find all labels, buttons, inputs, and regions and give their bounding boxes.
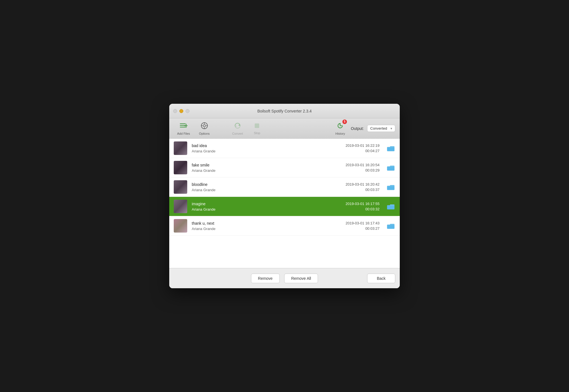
svg-rect-17 [387,186,394,190]
bottom-bar: Remove Remove All Back [169,268,400,288]
track-artist: Ariana Grande [192,188,346,192]
track-title: imagine [192,202,346,206]
toolbar: Add Files Options [169,118,400,139]
track-thumbnail [174,180,187,194]
traffic-lights [173,109,189,113]
convert-icon [234,122,241,131]
close-button[interactable] [173,109,177,113]
track-list: bad ideaAriana Grande2019-03-01 16:22:19… [169,139,400,268]
track-meta: 2019-03-01 16:17:4300:03:27 [346,221,380,231]
remove-all-button[interactable]: Remove All [284,274,318,283]
open-folder-icon[interactable] [386,202,395,211]
track-artist: Ariana Grande [192,168,346,173]
add-files-button[interactable]: Add Files [174,120,193,137]
track-date: 2019-03-01 16:20:42 [346,182,380,186]
chevron-down-icon: ▾ [390,127,392,130]
bottom-bar-inner: Remove Remove All Back [169,274,400,283]
track-duration: 00:03:29 [365,168,380,172]
svg-rect-11 [255,123,259,128]
track-row[interactable]: thank u, nextAriana Grande2019-03-01 16:… [169,216,400,236]
output-section: Output: Converted ▾ [351,125,395,132]
track-title: fake smile [192,163,346,167]
zoom-button[interactable] [186,109,189,113]
track-date: 2019-03-01 16:17:55 [346,202,380,206]
stop-icon [254,122,260,130]
options-label: Options [199,132,210,135]
track-artist: Ariana Grande [192,207,346,211]
output-dropdown[interactable]: Converted ▾ [367,125,395,132]
track-info: bad ideaAriana Grande [192,143,346,153]
stop-label: Stop [254,131,260,135]
output-value: Converted [370,126,387,130]
track-meta: 2019-03-01 16:20:5400:03:29 [346,163,380,172]
stop-button[interactable]: Stop [249,121,265,136]
track-artist: Ariana Grande [192,149,346,153]
svg-rect-15 [387,167,394,170]
track-duration: 00:03:27 [365,226,380,231]
track-title: bloodline [192,182,346,187]
window-title: Boilsoft Spotify Converter 2.3.4 [258,109,312,113]
track-thumbnail [174,141,187,155]
track-meta: 2019-03-01 16:17:5500:03:32 [346,202,380,211]
track-title: thank u, next [192,221,346,226]
minimize-button[interactable] [179,109,183,113]
history-button-wrap: 5 History [332,120,349,137]
convert-label: Convert [232,132,243,135]
add-files-icon [180,122,188,131]
track-date: 2019-03-01 16:22:19 [346,143,380,148]
track-info: bloodlineAriana Grande [192,182,346,192]
options-icon [200,122,208,131]
track-thumbnail [174,219,187,233]
track-thumbnail [174,161,187,174]
history-label: History [335,132,345,135]
track-duration: 00:03:32 [365,207,380,211]
open-folder-icon[interactable] [386,163,395,172]
history-badge: 5 [342,120,347,124]
svg-rect-13 [387,147,394,151]
titlebar: Boilsoft Spotify Converter 2.3.4 [169,104,400,118]
track-date: 2019-03-01 16:17:43 [346,221,380,225]
track-info: imagineAriana Grande [192,202,346,211]
track-row[interactable]: fake smileAriana Grande2019-03-01 16:20:… [169,158,400,177]
svg-rect-21 [387,225,394,229]
open-folder-icon[interactable] [386,183,395,192]
track-row[interactable]: bad ideaAriana Grande2019-03-01 16:22:19… [169,139,400,158]
track-artist: Ariana Grande [192,227,346,231]
track-title: bad idea [192,143,346,148]
convert-button[interactable]: Convert [229,120,247,137]
open-folder-icon[interactable] [386,221,395,230]
svg-point-6 [203,125,206,127]
back-button[interactable]: Back [367,274,395,283]
track-thumbnail [174,200,187,213]
track-date: 2019-03-01 16:20:54 [346,163,380,167]
track-row[interactable]: imagineAriana Grande2019-03-01 16:17:550… [169,197,400,216]
track-duration: 00:04:27 [365,149,380,153]
track-duration: 00:03:37 [365,188,380,192]
svg-rect-19 [387,206,394,209]
options-button[interactable]: Options [196,120,213,137]
track-row[interactable]: bloodlineAriana Grande2019-03-01 16:20:4… [169,177,400,197]
track-meta: 2019-03-01 16:22:1900:04:27 [346,143,380,153]
open-folder-icon[interactable] [386,144,395,153]
remove-button[interactable]: Remove [251,274,280,283]
track-meta: 2019-03-01 16:20:4200:03:37 [346,182,380,192]
main-window: Boilsoft Spotify Converter 2.3.4 Add Fil… [169,104,400,288]
track-info: thank u, nextAriana Grande [192,221,346,231]
output-label: Output: [351,126,364,131]
add-files-label: Add Files [177,132,190,135]
track-info: fake smileAriana Grande [192,163,346,173]
